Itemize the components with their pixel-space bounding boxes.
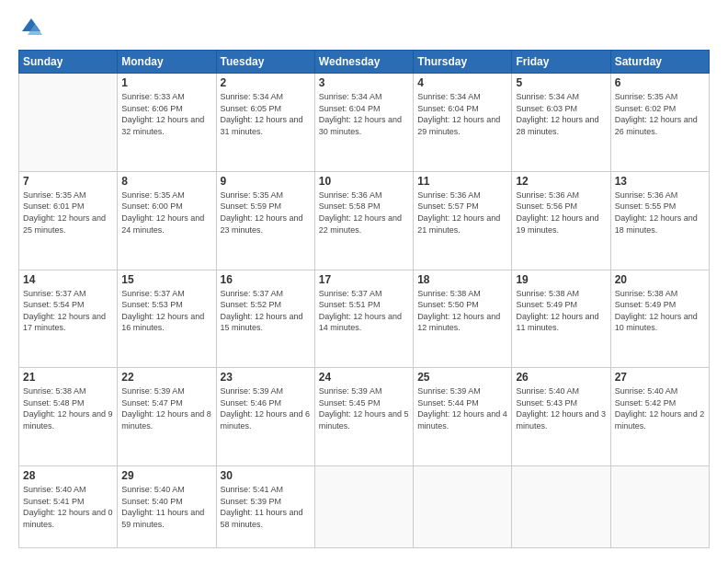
- day-number: 8: [121, 175, 211, 188]
- day-number: 26: [516, 371, 606, 384]
- day-number: 14: [23, 273, 113, 286]
- day-info: Sunrise: 5:34 AM Sunset: 6:03 PM Dayligh…: [516, 91, 606, 137]
- calendar-cell: 29Sunrise: 5:40 AM Sunset: 5:40 PM Dayli…: [118, 466, 216, 548]
- calendar-cell: 9Sunrise: 5:35 AM Sunset: 5:59 PM Daylig…: [216, 171, 314, 270]
- day-number: 30: [221, 469, 311, 482]
- calendar-cell: [19, 74, 118, 172]
- weekday-sunday: Sunday: [19, 51, 118, 74]
- calendar-cell: [610, 466, 709, 548]
- calendar-week-3: 14Sunrise: 5:37 AM Sunset: 5:54 PM Dayli…: [19, 270, 710, 368]
- day-number: 6: [615, 76, 705, 89]
- calendar-week-2: 7Sunrise: 5:35 AM Sunset: 6:01 PM Daylig…: [19, 171, 710, 270]
- calendar-cell: [512, 466, 610, 548]
- day-number: 29: [121, 469, 211, 482]
- calendar-cell: 13Sunrise: 5:36 AM Sunset: 5:55 PM Dayli…: [610, 171, 709, 270]
- day-info: Sunrise: 5:39 AM Sunset: 5:44 PM Dayligh…: [417, 385, 507, 431]
- day-number: 1: [121, 76, 211, 89]
- day-number: 19: [516, 273, 606, 286]
- weekday-friday: Friday: [512, 51, 610, 74]
- calendar-cell: 19Sunrise: 5:38 AM Sunset: 5:49 PM Dayli…: [512, 270, 610, 368]
- day-info: Sunrise: 5:40 AM Sunset: 5:41 PM Dayligh…: [23, 484, 113, 530]
- calendar-cell: 22Sunrise: 5:39 AM Sunset: 5:47 PM Dayli…: [118, 368, 216, 466]
- day-info: Sunrise: 5:38 AM Sunset: 5:49 PM Dayligh…: [615, 288, 705, 334]
- calendar-cell: 24Sunrise: 5:39 AM Sunset: 5:45 PM Dayli…: [314, 368, 413, 466]
- day-info: Sunrise: 5:36 AM Sunset: 5:57 PM Dayligh…: [417, 190, 507, 236]
- day-number: 23: [221, 371, 311, 384]
- calendar-cell: 6Sunrise: 5:35 AM Sunset: 6:02 PM Daylig…: [610, 74, 709, 172]
- weekday-header-row: SundayMondayTuesdayWednesdayThursdayFrid…: [19, 51, 710, 74]
- header: [18, 15, 710, 40]
- day-info: Sunrise: 5:33 AM Sunset: 6:06 PM Dayligh…: [121, 91, 211, 137]
- page: SundayMondayTuesdayWednesdayThursdayFrid…: [0, 0, 728, 563]
- calendar-cell: 15Sunrise: 5:37 AM Sunset: 5:53 PM Dayli…: [118, 270, 216, 368]
- day-info: Sunrise: 5:34 AM Sunset: 6:04 PM Dayligh…: [319, 91, 409, 137]
- day-info: Sunrise: 5:36 AM Sunset: 5:58 PM Dayligh…: [319, 190, 409, 236]
- day-number: 9: [221, 175, 311, 188]
- calendar-cell: 7Sunrise: 5:35 AM Sunset: 6:01 PM Daylig…: [19, 171, 118, 270]
- calendar-cell: 18Sunrise: 5:38 AM Sunset: 5:50 PM Dayli…: [414, 270, 512, 368]
- day-number: 11: [417, 175, 507, 188]
- calendar-cell: [414, 466, 512, 548]
- calendar-cell: 3Sunrise: 5:34 AM Sunset: 6:04 PM Daylig…: [314, 74, 413, 172]
- day-info: Sunrise: 5:38 AM Sunset: 5:48 PM Dayligh…: [23, 385, 113, 431]
- day-number: 7: [23, 175, 113, 188]
- day-number: 13: [615, 175, 705, 188]
- weekday-wednesday: Wednesday: [314, 51, 413, 74]
- calendar-cell: [314, 466, 413, 548]
- day-number: 25: [417, 371, 507, 384]
- calendar-week-5: 28Sunrise: 5:40 AM Sunset: 5:41 PM Dayli…: [19, 466, 710, 548]
- day-info: Sunrise: 5:34 AM Sunset: 6:04 PM Dayligh…: [417, 91, 507, 137]
- calendar-cell: 28Sunrise: 5:40 AM Sunset: 5:41 PM Dayli…: [19, 466, 118, 548]
- day-info: Sunrise: 5:35 AM Sunset: 5:59 PM Dayligh…: [221, 190, 311, 236]
- logo-icon: [18, 15, 44, 40]
- day-number: 24: [319, 371, 409, 384]
- calendar-cell: 8Sunrise: 5:35 AM Sunset: 6:00 PM Daylig…: [118, 171, 216, 270]
- day-number: 20: [615, 273, 705, 286]
- day-number: 21: [23, 371, 113, 384]
- calendar-cell: 2Sunrise: 5:34 AM Sunset: 6:05 PM Daylig…: [216, 74, 314, 172]
- weekday-thursday: Thursday: [414, 51, 512, 74]
- day-number: 17: [319, 273, 409, 286]
- calendar-cell: 26Sunrise: 5:40 AM Sunset: 5:43 PM Dayli…: [512, 368, 610, 466]
- day-info: Sunrise: 5:37 AM Sunset: 5:53 PM Dayligh…: [121, 288, 211, 334]
- calendar-cell: 21Sunrise: 5:38 AM Sunset: 5:48 PM Dayli…: [19, 368, 118, 466]
- calendar-cell: 14Sunrise: 5:37 AM Sunset: 5:54 PM Dayli…: [19, 270, 118, 368]
- calendar-week-4: 21Sunrise: 5:38 AM Sunset: 5:48 PM Dayli…: [19, 368, 710, 466]
- calendar-week-1: 1Sunrise: 5:33 AM Sunset: 6:06 PM Daylig…: [19, 74, 710, 172]
- day-number: 18: [417, 273, 507, 286]
- day-number: 16: [221, 273, 311, 286]
- day-number: 5: [516, 76, 606, 89]
- day-number: 3: [319, 76, 409, 89]
- day-info: Sunrise: 5:38 AM Sunset: 5:49 PM Dayligh…: [516, 288, 606, 334]
- day-info: Sunrise: 5:40 AM Sunset: 5:43 PM Dayligh…: [516, 385, 606, 431]
- day-number: 12: [516, 175, 606, 188]
- day-info: Sunrise: 5:37 AM Sunset: 5:51 PM Dayligh…: [319, 288, 409, 334]
- day-info: Sunrise: 5:36 AM Sunset: 5:56 PM Dayligh…: [516, 190, 606, 236]
- day-info: Sunrise: 5:37 AM Sunset: 5:54 PM Dayligh…: [23, 288, 113, 334]
- logo: [18, 15, 48, 40]
- day-info: Sunrise: 5:39 AM Sunset: 5:45 PM Dayligh…: [319, 385, 409, 431]
- day-info: Sunrise: 5:37 AM Sunset: 5:52 PM Dayligh…: [221, 288, 311, 334]
- weekday-saturday: Saturday: [610, 51, 709, 74]
- calendar-cell: 1Sunrise: 5:33 AM Sunset: 6:06 PM Daylig…: [118, 74, 216, 172]
- day-info: Sunrise: 5:39 AM Sunset: 5:47 PM Dayligh…: [121, 385, 211, 431]
- day-number: 27: [615, 371, 705, 384]
- day-info: Sunrise: 5:36 AM Sunset: 5:55 PM Dayligh…: [615, 190, 705, 236]
- calendar-cell: 4Sunrise: 5:34 AM Sunset: 6:04 PM Daylig…: [414, 74, 512, 172]
- weekday-monday: Monday: [118, 51, 216, 74]
- day-number: 28: [23, 469, 113, 482]
- calendar-cell: 10Sunrise: 5:36 AM Sunset: 5:58 PM Dayli…: [314, 171, 413, 270]
- day-info: Sunrise: 5:35 AM Sunset: 6:00 PM Dayligh…: [121, 190, 211, 236]
- day-info: Sunrise: 5:38 AM Sunset: 5:50 PM Dayligh…: [417, 288, 507, 334]
- calendar-cell: 20Sunrise: 5:38 AM Sunset: 5:49 PM Dayli…: [610, 270, 709, 368]
- calendar-cell: 25Sunrise: 5:39 AM Sunset: 5:44 PM Dayli…: [414, 368, 512, 466]
- calendar-cell: 27Sunrise: 5:40 AM Sunset: 5:42 PM Dayli…: [610, 368, 709, 466]
- day-number: 4: [417, 76, 507, 89]
- calendar-cell: 12Sunrise: 5:36 AM Sunset: 5:56 PM Dayli…: [512, 171, 610, 270]
- calendar-cell: 5Sunrise: 5:34 AM Sunset: 6:03 PM Daylig…: [512, 74, 610, 172]
- day-info: Sunrise: 5:40 AM Sunset: 5:42 PM Dayligh…: [615, 385, 705, 431]
- day-number: 2: [221, 76, 311, 89]
- weekday-tuesday: Tuesday: [216, 51, 314, 74]
- day-info: Sunrise: 5:41 AM Sunset: 5:39 PM Dayligh…: [221, 484, 311, 530]
- day-number: 22: [121, 371, 211, 384]
